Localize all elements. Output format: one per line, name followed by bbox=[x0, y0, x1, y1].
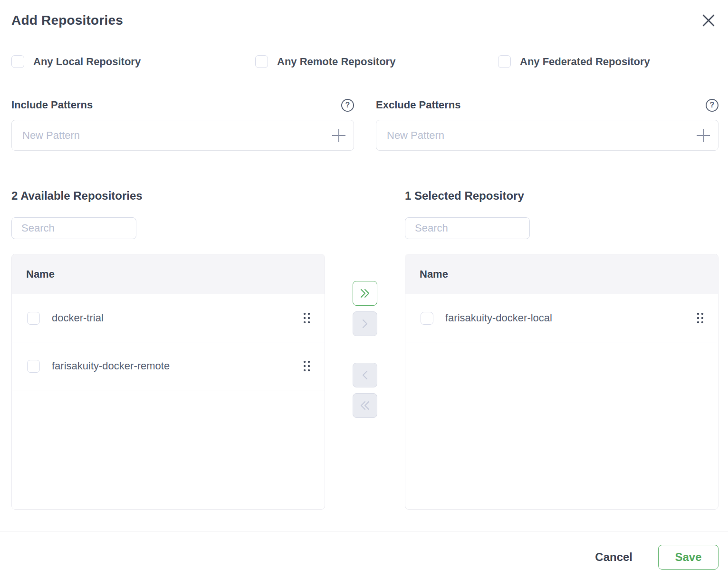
include-patterns-label: Include Patterns bbox=[11, 99, 93, 111]
checkbox-icon[interactable] bbox=[11, 55, 24, 68]
selected-repositories-table: Name farisakuity-docker-local bbox=[405, 254, 718, 510]
table-column-header: Name bbox=[12, 254, 325, 294]
checkbox-label: Any Local Repository bbox=[33, 56, 141, 68]
table-column-header: Name bbox=[405, 254, 718, 294]
drag-handle-icon[interactable] bbox=[697, 313, 703, 323]
modal-footer: Cancel Save bbox=[0, 532, 728, 580]
repo-name: farisakuity-docker-remote bbox=[52, 360, 304, 372]
checkbox-any-remote-repository[interactable]: Any Remote Repository bbox=[255, 55, 498, 68]
repo-name: farisakuity-docker-local bbox=[445, 312, 697, 324]
save-button[interactable]: Save bbox=[658, 545, 718, 570]
repo-name: docker-trial bbox=[52, 312, 304, 324]
available-repositories-table: Name docker-trial farisakuity-docker-rem… bbox=[11, 254, 325, 510]
include-patterns-help-icon[interactable]: ? bbox=[341, 99, 354, 112]
available-search-input[interactable] bbox=[11, 217, 136, 239]
close-icon[interactable] bbox=[701, 13, 716, 30]
exclude-patterns-label: Exclude Patterns bbox=[376, 99, 461, 111]
checkbox-any-federated-repository[interactable]: Any Federated Repository bbox=[498, 55, 728, 68]
add-include-pattern-button[interactable] bbox=[324, 120, 354, 150]
move-all-left-button[interactable] bbox=[353, 393, 377, 418]
checkbox-label: Any Federated Repository bbox=[520, 56, 650, 68]
exclude-pattern-field bbox=[376, 120, 718, 151]
table-row[interactable]: docker-trial bbox=[12, 294, 325, 342]
modal-title: Add Repositories bbox=[11, 12, 123, 29]
include-pattern-field bbox=[11, 120, 354, 151]
checkbox-label: Any Remote Repository bbox=[277, 56, 395, 68]
row-checkbox[interactable] bbox=[421, 312, 433, 325]
available-heading: 2 Available Repositories bbox=[11, 189, 325, 203]
drag-handle-icon[interactable] bbox=[304, 361, 310, 371]
include-patterns-section: Include Patterns ? bbox=[11, 98, 354, 151]
move-all-right-button[interactable] bbox=[353, 281, 377, 306]
checkbox-icon[interactable] bbox=[498, 55, 511, 68]
cancel-button[interactable]: Cancel bbox=[595, 551, 632, 564]
modal-header: Add Repositories bbox=[0, 0, 728, 30]
add-repositories-modal: Add Repositories Any Local Repository An… bbox=[0, 0, 728, 580]
exclude-pattern-input[interactable] bbox=[376, 120, 689, 150]
selected-repositories-panel: 1 Selected Repository Name farisakuity-d… bbox=[405, 189, 718, 510]
available-repositories-panel: 2 Available Repositories Name docker-tri… bbox=[11, 189, 325, 510]
checkbox-icon[interactable] bbox=[255, 55, 268, 68]
exclude-patterns-section: Exclude Patterns ? bbox=[376, 98, 718, 151]
repo-type-row: Any Local Repository Any Remote Reposito… bbox=[0, 55, 728, 68]
checkbox-any-local-repository[interactable]: Any Local Repository bbox=[11, 55, 255, 68]
table-row[interactable]: farisakuity-docker-remote bbox=[12, 342, 325, 390]
row-checkbox[interactable] bbox=[27, 312, 40, 325]
include-pattern-input[interactable] bbox=[12, 120, 324, 150]
repositories-picker: 2 Available Repositories Name docker-tri… bbox=[0, 189, 728, 510]
patterns-row: Include Patterns ? Exclude Patterns ? bbox=[0, 98, 728, 151]
add-exclude-pattern-button[interactable] bbox=[689, 120, 718, 150]
transfer-buttons bbox=[325, 189, 405, 510]
move-left-button[interactable] bbox=[353, 363, 377, 387]
selected-search-input[interactable] bbox=[405, 217, 530, 239]
exclude-patterns-help-icon[interactable]: ? bbox=[706, 99, 718, 112]
drag-handle-icon[interactable] bbox=[304, 313, 310, 323]
table-row[interactable]: farisakuity-docker-local bbox=[405, 294, 718, 342]
row-checkbox[interactable] bbox=[27, 360, 40, 373]
selected-heading: 1 Selected Repository bbox=[405, 189, 718, 203]
move-right-button[interactable] bbox=[353, 311, 377, 336]
